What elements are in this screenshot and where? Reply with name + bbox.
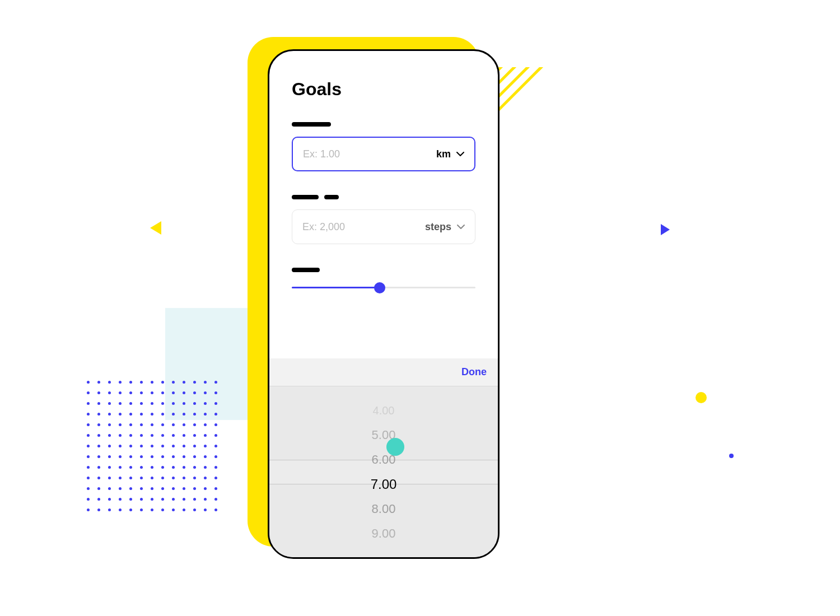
distance-unit: km	[436, 148, 451, 160]
picker-item[interactable]: 9.00	[372, 521, 396, 546]
deco-yellow-circle	[696, 392, 707, 403]
deco-teal-circle	[386, 438, 404, 456]
deco-blue-small-circle	[729, 454, 734, 458]
steps-unit: steps	[425, 221, 451, 233]
phone-frame: Goals Ex: 1.00 km Ex: 2,000 steps	[268, 49, 500, 559]
distance-input[interactable]: Ex: 1.00 km	[292, 137, 475, 171]
steps-input[interactable]: Ex: 2,000 steps	[292, 209, 475, 244]
picker-item[interactable]: 7.00	[371, 472, 397, 497]
steps-label	[292, 195, 475, 199]
chevron-down-icon[interactable]	[457, 223, 465, 231]
picker-wheel[interactable]: 4.00 5.00 6.00 7.00 8.00 9.00	[269, 386, 498, 557]
picker-panel: Done 4.00 5.00 6.00 7.00 8.00 9.00	[269, 358, 498, 557]
steps-placeholder: Ex: 2,000	[302, 221, 425, 233]
chevron-down-icon[interactable]	[456, 150, 464, 158]
slider-label	[292, 268, 320, 272]
picker-item[interactable]: 8.00	[372, 497, 396, 521]
page-title: Goals	[292, 79, 475, 100]
slider-thumb[interactable]	[374, 282, 385, 293]
slider[interactable]	[292, 282, 475, 293]
deco-blue-triangle	[661, 224, 670, 235]
deco-yellow-triangle	[150, 221, 161, 235]
deco-dot-grid	[87, 381, 217, 511]
distance-label	[292, 122, 331, 127]
distance-placeholder: Ex: 1.00	[303, 148, 436, 160]
picker-item[interactable]: 4.00	[373, 398, 395, 423]
picker-header: Done	[269, 358, 498, 386]
done-button[interactable]: Done	[461, 366, 487, 378]
deco-yellow-stripes	[493, 67, 594, 146]
